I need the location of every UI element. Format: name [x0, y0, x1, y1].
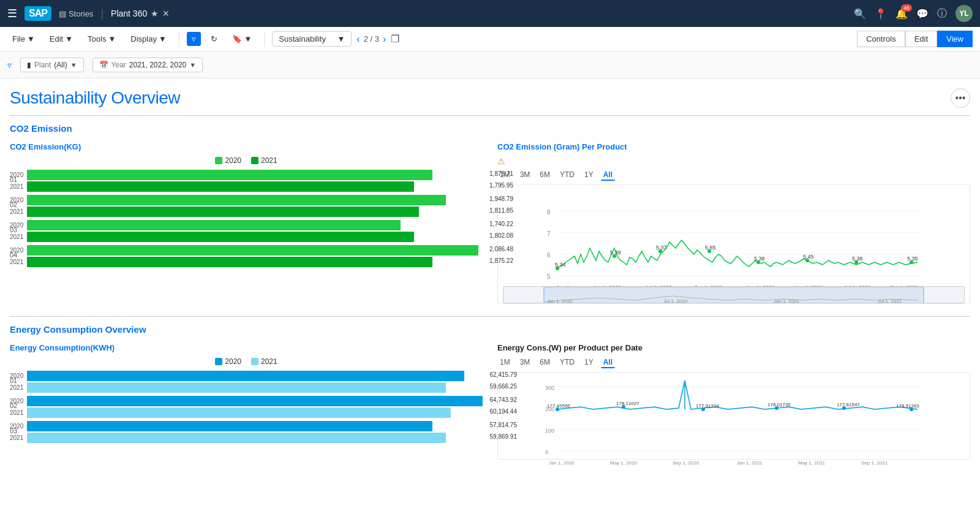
energy-section: Energy Consumption Overview Energy Consu…: [10, 324, 970, 460]
view-button[interactable]: View: [937, 31, 973, 47]
chat-icon[interactable]: 💬: [916, 8, 929, 20]
file-menu[interactable]: File ▼: [7, 32, 40, 46]
section-divider-co2: [10, 115, 970, 116]
location-icon[interactable]: 📍: [875, 8, 887, 20]
energy-group-label-01: 01: [10, 377, 17, 384]
sap-logo: SAP: [24, 6, 51, 21]
co2-bar-chart-panel: CO2 Emission(KG) 2020 2021 01: [10, 142, 483, 304]
svg-text:5.34: 5.34: [555, 262, 566, 268]
bar-year-label: 2021: [10, 409, 27, 416]
chevron-down-icon: ▼: [70, 61, 77, 69]
svg-text:5.39: 5.39: [610, 249, 621, 256]
search-icon[interactable]: 🔍: [854, 8, 866, 20]
edit-view-button[interactable]: Edit: [905, 31, 937, 47]
group-label-04: 04: [10, 251, 17, 259]
stories-label: Stories: [69, 9, 93, 18]
chevron-down-icon: ▼: [189, 61, 196, 69]
energy-legend-2021: 2021: [251, 357, 277, 366]
energy-filter-all[interactable]: All: [601, 357, 615, 368]
expand-icon[interactable]: ❐: [391, 33, 399, 45]
co2-ts-chart-container: 5 6 7 8 5.34: [497, 184, 970, 304]
energy-filter-1m[interactable]: 1M: [497, 357, 513, 368]
svg-text:178.51263: 178.51263: [896, 403, 919, 409]
svg-text:Sep 1, 2021: Sep 1, 2021: [861, 460, 888, 466]
next-page-button[interactable]: ›: [383, 34, 386, 45]
energy-legend-2020: 2020: [215, 357, 241, 366]
svg-text:0: 0: [545, 449, 548, 455]
story-dropdown[interactable]: Sustainability ▼: [272, 31, 352, 47]
bar-fill-03-2020: [27, 220, 401, 230]
year-filter-label: Year: [111, 61, 126, 69]
hamburger-icon[interactable]: ☰: [7, 7, 17, 20]
bar-value-01-2021: 1,795.95: [489, 182, 513, 189]
star-icon[interactable]: ★: [151, 9, 159, 18]
svg-text:May 1, 2021: May 1, 2021: [798, 460, 826, 466]
bar-year-label: 2021: [10, 434, 27, 441]
close-icon[interactable]: ✕: [162, 9, 170, 18]
svg-text:7: 7: [547, 230, 551, 237]
energy-bar-value-02-2021: 60,194.44: [490, 408, 518, 415]
svg-text:Jul 1, 2021: Jul 1, 2021: [878, 298, 902, 303]
svg-text:5.65: 5.65: [705, 245, 716, 251]
filter-active-button[interactable]: ▿: [187, 32, 201, 46]
plant-filter[interactable]: ▮ Plant (All) ▼: [20, 58, 84, 72]
energy-legend-dot-2020: [215, 358, 222, 365]
dropdown-value: Sustainability: [279, 34, 326, 44]
chevron-down-icon: ▼: [159, 34, 167, 44]
energy-filter-3m[interactable]: 3M: [518, 357, 533, 368]
energy-charts-row: Energy Consumption(KWH) 2020 2021 01: [10, 343, 970, 460]
legend-dot-2021: [251, 157, 258, 164]
energy-filter-1y[interactable]: 1Y: [582, 357, 596, 368]
edit-menu[interactable]: Edit ▼: [45, 32, 78, 46]
energy-filter-ytd[interactable]: YTD: [557, 357, 577, 368]
energy-bar-fill-02-2021: [27, 408, 451, 418]
filter-6m[interactable]: 6M: [537, 170, 552, 181]
energy-group-label-03: 03: [10, 427, 17, 434]
prev-page-button[interactable]: ‹: [356, 34, 360, 45]
bookmark-button[interactable]: 🔖 ▼: [227, 32, 257, 46]
page-options-button[interactable]: •••: [951, 88, 970, 108]
energy-bar-row-01-2020: 2020 62,415.79: [43, 371, 483, 381]
energy-svg-chart: 0 100 200 300: [503, 377, 965, 457]
energy-bar-fill-03-2020: [27, 421, 432, 431]
tools-menu[interactable]: Tools ▼: [83, 32, 121, 46]
svg-text:5.36: 5.36: [852, 256, 863, 262]
energy-bar-row-02-2021: 2021 60,194.44: [43, 408, 483, 418]
filter-1y[interactable]: 1Y: [582, 170, 596, 181]
bar-row-01-2021: 2021 1,795.95: [43, 181, 483, 192]
year-filter[interactable]: 📅 Year 2021, 2022, 2020 ▼: [92, 58, 203, 72]
filter-ytd[interactable]: YTD: [557, 170, 577, 181]
bar-year-label: 2021: [10, 384, 27, 391]
energy-bar-value-02-2020: 64,743.92: [490, 396, 518, 403]
controls-button[interactable]: Controls: [857, 31, 905, 47]
bar-fill-03-2021: [27, 232, 414, 242]
legend-dot-2020: [215, 157, 222, 164]
bar-row-04-2020: 2020 2,086.48: [43, 245, 483, 256]
main-toolbar: File ▼ Edit ▼ Tools ▼ Display ▼ ▿ ↻ 🔖 ▼ …: [0, 27, 980, 51]
co2-section: CO2 Emission CO2 Emission(KG) 2020 2021: [10, 123, 970, 304]
energy-filter-6m[interactable]: 6M: [537, 357, 552, 368]
filter-3m[interactable]: 3M: [518, 170, 533, 181]
energy-bar-row-03-2021: 2021 59,869.91: [43, 433, 483, 443]
co2-bar-chart-title: CO2 Emission(KG): [10, 142, 483, 151]
user-avatar[interactable]: YL: [956, 5, 973, 22]
legend-2020: 2020: [215, 156, 241, 165]
filter-all[interactable]: All: [601, 170, 615, 181]
svg-text:177.81547: 177.81547: [837, 402, 860, 408]
bar-value-02-2021: 1,811.85: [489, 207, 513, 214]
energy-bar-chart: 01 2020 62,415.79 2021 59,666.25: [10, 371, 483, 443]
stories-nav[interactable]: ▤ Stories: [59, 9, 93, 18]
co2-section-title: CO2 Emission: [10, 123, 970, 134]
group-label-01: 01: [10, 176, 17, 183]
help-icon[interactable]: ⓘ: [937, 7, 947, 20]
refresh-button[interactable]: ↻: [206, 32, 222, 46]
chevron-down-icon: ▼: [108, 34, 116, 44]
energy-bar-row-02-2020: 2020 64,743.92: [43, 396, 483, 406]
energy-bar-fill-01-2020: [27, 371, 464, 381]
display-menu[interactable]: Display ▼: [126, 32, 172, 46]
co2-navigator[interactable]: Jan 1, 2020 Jul 1, 2020 Jan 1, 2021 Jul …: [503, 286, 965, 303]
co2-charts-row: CO2 Emission(KG) 2020 2021 01: [10, 142, 970, 304]
notification-icon[interactable]: 🔔 46: [895, 8, 908, 20]
group-label-02: 02: [10, 201, 17, 208]
page-navigation: ‹ 2 / 3 ›: [356, 34, 386, 45]
